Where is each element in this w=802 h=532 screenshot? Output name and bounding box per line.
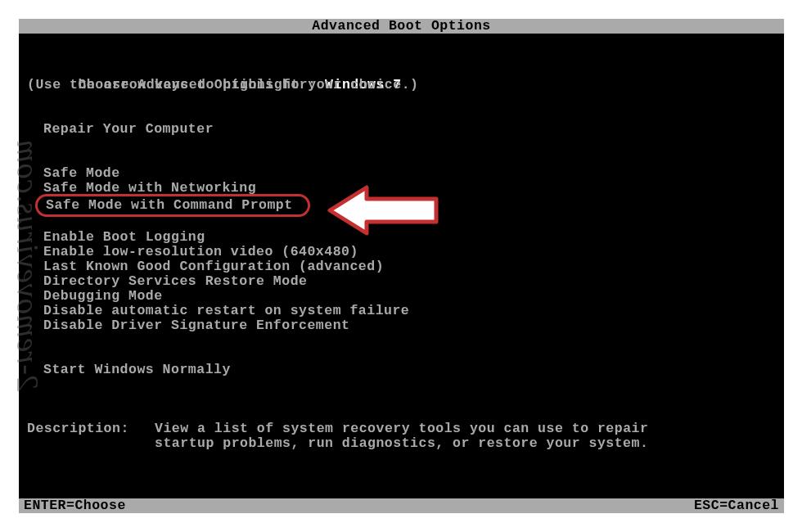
menu-debug[interactable]: Debugging Mode xyxy=(19,289,784,304)
choose-line: Choose Advanced Options for: Windows 7 xyxy=(19,63,784,78)
screen-title: Advanced Boot Options xyxy=(312,18,490,34)
description-line1: View a list of system recovery tools you… xyxy=(155,422,648,436)
footer-bar: ENTER=Choose ESC=Cancel xyxy=(19,498,784,513)
description-line2: startup problems, run diagnostics, or re… xyxy=(19,436,784,451)
description-label: Description: xyxy=(27,422,155,436)
pointer-arrow-icon xyxy=(322,178,453,243)
menu-low-res[interactable]: Enable low-resolution video (640x480) xyxy=(19,245,784,259)
title-bar: Advanced Boot Options xyxy=(19,19,784,34)
description-row: Description: View a list of system recov… xyxy=(19,422,784,436)
instructions: (Use the arrow keys to highlight your ch… xyxy=(19,78,784,92)
footer-enter: ENTER=Choose xyxy=(24,498,126,513)
boot-console: Advanced Boot Options Choose Advanced Op… xyxy=(19,19,784,513)
menu-repair[interactable]: Repair Your Computer xyxy=(19,122,784,137)
menu-lkgc[interactable]: Last Known Good Configuration (advanced) xyxy=(19,259,784,274)
menu-start-normally[interactable]: Start Windows Normally xyxy=(19,363,784,377)
menu-dsrm[interactable]: Directory Services Restore Mode xyxy=(19,274,784,289)
footer-esc: ESC=Cancel xyxy=(694,498,779,513)
menu-no-restart[interactable]: Disable automatic restart on system fail… xyxy=(19,304,784,318)
menu-safe-mode-cmd-highlighted[interactable]: Safe Mode with Command Prompt xyxy=(35,194,310,217)
menu-no-sig[interactable]: Disable Driver Signature Enforcement xyxy=(19,318,784,333)
safe-mode-cmd-label: Safe Mode with Command Prompt xyxy=(46,197,293,213)
